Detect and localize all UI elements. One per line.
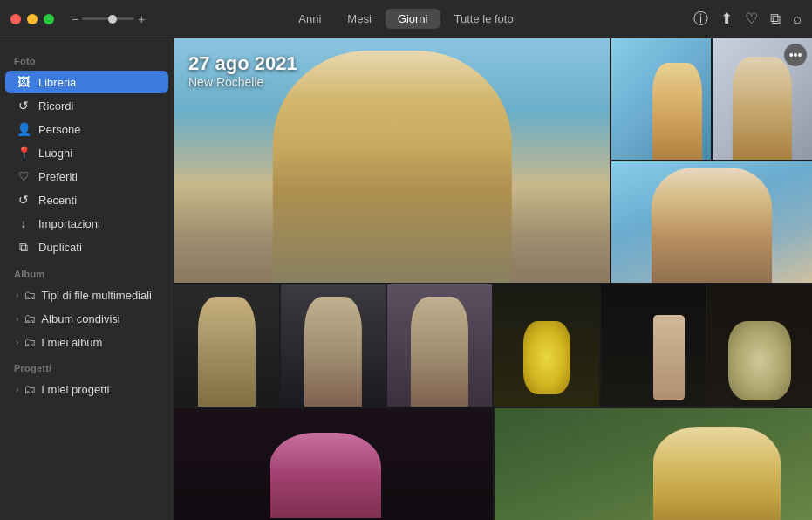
chevron-tipi-icon: ›: [16, 291, 18, 300]
photo-grid: •••: [174, 38, 812, 520]
sidebar-item-album-condivisi[interactable]: › 🗂 Album condivisi: [5, 307, 168, 330]
chevron-miei-album-icon: ›: [16, 338, 18, 347]
zoom-control: − +: [72, 12, 145, 26]
maximize-button[interactable]: [44, 14, 54, 24]
sidebar-item-miei-album[interactable]: › 🗂 I miei album: [5, 331, 168, 353]
folder-miei-album-icon: 🗂: [24, 335, 36, 349]
folder-progetti-icon: 🗂: [24, 382, 36, 396]
photo-last-1[interactable]: [174, 408, 493, 520]
share-icon[interactable]: ⬆: [720, 10, 733, 28]
sidebar-item-persone[interactable]: 👤 Persone: [5, 118, 168, 140]
more-options-button[interactable]: •••: [784, 44, 807, 66]
photo-right-lower[interactable]: [611, 161, 812, 283]
photo-last-row: [174, 408, 812, 520]
chevron-condivisi-icon: ›: [16, 314, 18, 324]
info-icon[interactable]: ⓘ: [693, 9, 708, 29]
sidebar-item-label-miei-progetti: I miei progetti: [41, 383, 109, 396]
toolbar-actions: ⓘ ⬆ ♡ ⧉ ⌕: [693, 9, 802, 29]
photo-sm-3[interactable]: [387, 284, 492, 407]
sidebar: Foto 🖼 Libreria ↺ Ricordi 👤 Persone 📍 Lu…: [0, 38, 174, 520]
photo-area: 27 ago 2021 New Rochelle •••: [174, 38, 812, 520]
duplicati-icon: ⧉: [16, 240, 31, 255]
sidebar-item-label-recenti: Recenti: [38, 194, 77, 207]
search-icon[interactable]: ⌕: [793, 10, 802, 28]
sidebar-item-label-persone: Persone: [38, 123, 80, 136]
photo-main-person: [174, 38, 610, 283]
photo-right-column: •••: [611, 38, 812, 283]
view-tabs: Anni Mesi Giorni Tutte le foto: [286, 9, 525, 29]
main-content: Foto 🖼 Libreria ↺ Ricordi 👤 Persone 📍 Lu…: [0, 38, 812, 520]
chevron-progetti-icon: ›: [16, 385, 18, 394]
zoom-plus-button[interactable]: +: [138, 12, 145, 26]
sidebar-item-label-condivisi: Album condivisi: [41, 312, 119, 325]
photo-sm-5[interactable]: [601, 284, 706, 407]
photo-sm-1[interactable]: [174, 284, 279, 407]
luoghi-icon: 📍: [16, 146, 31, 160]
close-button[interactable]: [10, 14, 21, 24]
photo-sm-4[interactable]: [494, 284, 598, 407]
sidebar-item-label-tipi: Tipi di file multimediali: [41, 289, 152, 302]
photo-right-upper: •••: [611, 38, 812, 160]
zoom-slider[interactable]: [82, 17, 134, 20]
titlebar: − + Anni Mesi Giorni Tutte le foto ⓘ ⬆ ♡…: [0, 0, 812, 38]
persone-icon: 👤: [16, 122, 31, 136]
zoom-minus-button[interactable]: −: [72, 12, 78, 26]
sidebar-item-label-preferiti: Preferiti: [38, 170, 78, 183]
photo-thumb-1[interactable]: [611, 38, 711, 160]
sidebar-item-label-miei-album: I miei album: [41, 336, 102, 349]
sidebar-item-label-importazioni: Importazioni: [38, 217, 100, 230]
sidebar-item-importazioni[interactable]: ↓ Importazioni: [5, 212, 168, 235]
slideshow-icon[interactable]: ⧉: [770, 10, 781, 28]
importazioni-icon: ↓: [16, 216, 31, 230]
minimize-button[interactable]: [27, 14, 38, 24]
photo-sm-6[interactable]: [707, 284, 812, 407]
sidebar-item-label-libreria: Libreria: [38, 76, 76, 89]
tab-giorni[interactable]: Giorni: [386, 9, 440, 29]
folder-condivisi-icon: 🗂: [24, 311, 36, 325]
section-label-progetti: Progetti: [0, 354, 174, 377]
sidebar-item-libreria[interactable]: 🖼 Libreria: [5, 71, 168, 93]
sidebar-item-miei-progetti[interactable]: › 🗂 I miei progetti: [5, 378, 168, 400]
sidebar-item-duplicati[interactable]: ⧉ Duplicati: [5, 236, 168, 259]
sidebar-item-tipi-file[interactable]: › 🗂 Tipi di file multimediali: [5, 284, 168, 306]
traffic-lights: [10, 14, 54, 24]
libreria-icon: 🖼: [16, 75, 31, 89]
ricordi-icon: ↺: [16, 99, 31, 113]
zoom-slider-thumb: [108, 15, 117, 24]
photo-last-2[interactable]: [495, 408, 813, 520]
preferiti-icon: ♡: [16, 169, 31, 183]
section-label-foto: Foto: [0, 47, 174, 70]
recenti-icon: ↺: [16, 193, 31, 207]
sidebar-item-label-luoghi: Luoghi: [38, 147, 72, 160]
tab-mesi[interactable]: Mesi: [335, 9, 383, 29]
sidebar-item-recenti[interactable]: ↺ Recenti: [5, 188, 168, 211]
sidebar-item-label-duplicati: Duplicati: [38, 241, 82, 254]
tab-tutte[interactable]: Tutte le foto: [442, 9, 526, 29]
section-label-album: Album: [0, 260, 174, 283]
favorite-icon[interactable]: ♡: [745, 10, 758, 28]
photo-main[interactable]: [174, 38, 610, 283]
sidebar-item-preferiti[interactable]: ♡ Preferiti: [5, 165, 168, 188]
sidebar-item-luoghi[interactable]: 📍 Luoghi: [5, 141, 168, 164]
sidebar-item-label-ricordi: Ricordi: [38, 99, 73, 113]
photo-sm-2[interactable]: [281, 284, 386, 407]
photo-thumb-2[interactable]: •••: [713, 38, 812, 160]
sidebar-item-ricordi[interactable]: ↺ Ricordi: [5, 94, 168, 117]
folder-tipi-icon: 🗂: [24, 288, 36, 302]
tab-anni[interactable]: Anni: [286, 9, 333, 29]
photo-bottom-row: [174, 284, 812, 407]
